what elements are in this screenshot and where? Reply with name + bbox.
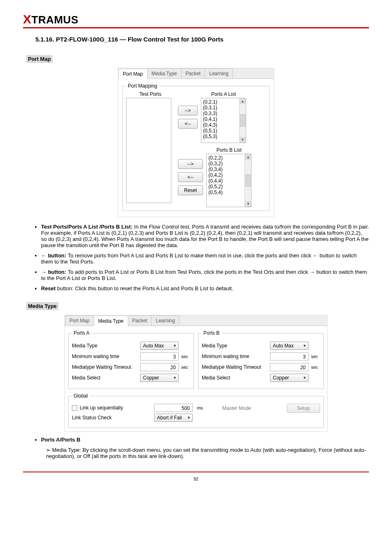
ports-a-title: Ports A List xyxy=(201,91,246,97)
ports-a-fieldset: Ports A Media Type Auto Max▼ Minimum wai… xyxy=(68,330,194,389)
list-item[interactable]: (0,2,1) xyxy=(203,99,244,105)
tab-learning[interactable]: Learning xyxy=(151,315,180,326)
media-select-b[interactable]: Copper▼ xyxy=(270,374,309,382)
ports-b-title: Ports B List xyxy=(206,147,251,153)
portmap-tabs: Port Map Media Type Packet Learning xyxy=(118,68,274,79)
min-wait-input-b[interactable]: 3 xyxy=(270,352,309,361)
master-mode-label: Master Mode xyxy=(222,405,251,411)
mediatype-sub-item: Media Type: By clicking the scroll-down … xyxy=(46,447,369,459)
list-item[interactable]: (0,2,2) xyxy=(208,155,249,161)
chevron-down-icon: ▼ xyxy=(303,344,307,348)
mediatype-heading: Media Type xyxy=(26,302,58,310)
tab-packet[interactable]: Packet xyxy=(128,315,152,326)
global-fieldset: Global Link up sequentially 500 ms xyxy=(68,393,324,428)
chevron-down-icon: ▼ xyxy=(303,376,307,380)
portmap-card: Port Map Media Type Packet Learning Port… xyxy=(118,68,274,217)
min-wait-input-a[interactable]: 3 xyxy=(140,352,179,361)
portmap-desc-item: Reset button: Click this button to reset… xyxy=(41,285,369,291)
remove-from-b-button[interactable]: <-- xyxy=(178,172,203,182)
ports-b-fieldset: Ports B Media Type Auto Max▼ Minimum wai… xyxy=(198,330,324,389)
mt-timeout-label: Mediatype Waiting Timeout xyxy=(72,364,138,370)
mt-timeout-input-b[interactable]: 20 xyxy=(270,363,309,371)
tab-learning[interactable]: Learning xyxy=(205,68,233,79)
list-item[interactable]: (0,3,1) xyxy=(203,105,244,111)
mediatype-sub-list: Media Type: By clicking the scroll-down … xyxy=(23,447,369,459)
page-title: 5.1.16. PT2-FLOW-100G_116 — Flow Control… xyxy=(35,36,369,43)
media-type-select-a[interactable]: Auto Max▼ xyxy=(140,342,179,350)
tab-mediatype[interactable]: Media Type xyxy=(147,68,182,79)
list-item[interactable]: (0,4,3) xyxy=(203,122,244,128)
mediatype-desc-list: Ports A/Ports B xyxy=(23,437,369,443)
chevron-down-icon: ▼ xyxy=(173,376,177,380)
media-select-label: Media Select xyxy=(72,375,138,381)
list-item[interactable]: (0,3,3) xyxy=(203,111,244,116)
mt-timeout-input-a[interactable]: 20 xyxy=(140,363,179,371)
media-type-label: Media Type xyxy=(202,343,267,349)
add-to-b-button[interactable]: --> xyxy=(178,159,203,169)
ports-a-listbox[interactable]: (0,2,1) (0,3,1) (0,3,3) (0,4,1) (0,4,3) … xyxy=(201,98,246,143)
list-item[interactable]: (0,4,2) xyxy=(208,172,249,178)
list-item[interactable]: (0,5,2) xyxy=(208,184,249,190)
ports-b-listbox[interactable]: (0,2,2) (0,3,2) (0,3,4) (0,4,2) (0,4,4) … xyxy=(206,154,251,207)
min-wait-label: Minimum waiting time xyxy=(202,354,267,359)
tab-portmap[interactable]: Port Map xyxy=(65,315,94,326)
media-select-label: Media Select xyxy=(202,375,267,381)
list-item[interactable]: (0,3,2) xyxy=(208,161,249,166)
list-item[interactable]: (0,4,4) xyxy=(208,178,249,184)
port-mapping-legend: Port Mapping xyxy=(126,83,159,89)
portmap-desc-item: Test Ports/Ports A List /Ports B List: I… xyxy=(41,224,369,248)
tab-mediatype[interactable]: Media Type xyxy=(94,316,128,326)
portmap-heading: Port Map xyxy=(26,55,53,63)
list-item[interactable]: (0,5,3) xyxy=(203,134,244,139)
divider-bottom xyxy=(23,472,369,472)
mediatype-card: Port Map Media Type Packet Learning Port… xyxy=(65,315,327,432)
mt-timeout-label: Mediatype Waiting Timeout xyxy=(202,364,267,370)
brand-logo: XTRAMUS xyxy=(23,12,369,26)
list-item[interactable]: (0,5,4) xyxy=(208,190,249,195)
list-item[interactable]: (0,4,1) xyxy=(203,116,244,122)
divider-top xyxy=(23,27,369,28)
add-to-a-button[interactable]: --> xyxy=(178,106,198,116)
chevron-down-icon: ▼ xyxy=(173,344,177,348)
test-ports-title: Test Ports xyxy=(126,91,175,97)
mediatype-desc-item: Ports A/Ports B xyxy=(41,437,369,443)
portmap-desc-list: Test Ports/Ports A List /Ports B List: I… xyxy=(23,224,369,291)
test-ports-listbox[interactable] xyxy=(126,98,171,203)
portmap-desc-item: → button: To add ports to Port A List or… xyxy=(41,269,369,281)
link-status-select[interactable]: Abort if Fail▼ xyxy=(154,414,193,422)
master-mode-setup-button[interactable]: Setup xyxy=(287,404,320,413)
min-wait-label: Minimum waiting time xyxy=(72,354,138,359)
mediatype-tabs: Port Map Media Type Packet Learning xyxy=(65,315,327,326)
portmap-desc-item: ← button: To remove ports from Port A Li… xyxy=(41,252,369,265)
list-item[interactable]: (0,3,4) xyxy=(208,166,249,172)
link-seq-label: Link up sequentially xyxy=(80,405,123,411)
media-type-select-b[interactable]: Auto Max▼ xyxy=(270,342,309,350)
chevron-down-icon: ▼ xyxy=(187,416,191,420)
page-number: 92 xyxy=(23,476,369,481)
tab-portmap[interactable]: Port Map xyxy=(118,69,148,79)
port-mapping-fieldset: Port Mapping Test Ports --> <-- xyxy=(122,83,270,211)
link-status-label: Link Status Check xyxy=(72,415,112,421)
link-seq-ms-input[interactable]: 500 xyxy=(154,404,193,412)
media-type-label: Media Type xyxy=(72,343,138,349)
media-select-a[interactable]: Copper▼ xyxy=(140,374,179,382)
list-item[interactable]: (0,5,1) xyxy=(203,128,244,134)
remove-from-a-button[interactable]: <-- xyxy=(178,119,198,129)
tab-packet[interactable]: Packet xyxy=(181,68,205,79)
reset-button[interactable]: Reset xyxy=(178,185,203,195)
link-seq-checkbox[interactable] xyxy=(72,405,77,411)
